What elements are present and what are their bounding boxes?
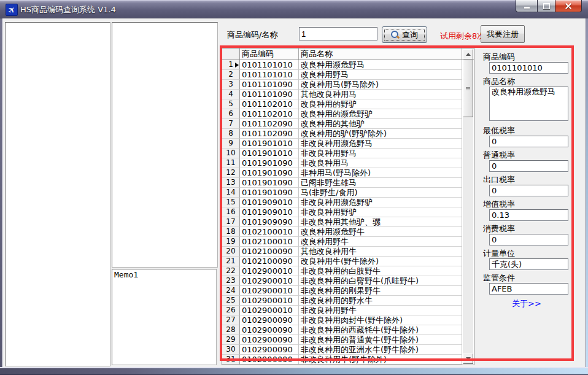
cell-commodity-code[interactable]: 0101909090	[240, 217, 299, 227]
register-button[interactable]: 我要注册	[481, 25, 525, 43]
cell-commodity-name[interactable]: 非改良种用肉封牛(野牛除外)	[299, 315, 462, 325]
table-row[interactable]: 150101909010非改良种用濒危野驴	[222, 198, 474, 207]
detail-field-vat-rate[interactable]	[489, 209, 568, 221]
table-row[interactable]: 90101901010非改良种用濒危野马	[222, 139, 474, 149]
table-row[interactable]: 260102900010非改良种用野牛	[222, 306, 474, 315]
maximize-button[interactable]	[537, 0, 555, 12]
cell-commodity-name[interactable]: 非改良种用的刚果野牛	[299, 286, 462, 296]
memo-field[interactable]: Memo1	[112, 269, 217, 365]
table-row[interactable]: 110101901090非改良种用马	[222, 158, 474, 168]
scroll-down-button[interactable]	[463, 354, 473, 364]
cell-commodity-code[interactable]: 0102900010	[240, 276, 299, 286]
cell-commodity-code[interactable]: 0102900010	[240, 266, 299, 276]
table-row[interactable]: 280102900090非改良种用的西藏牦牛(野牛除外)	[222, 325, 474, 335]
cell-commodity-name[interactable]: 改良种用的驴(野驴除外)	[299, 129, 462, 139]
cell-commodity-code[interactable]: 0102900090	[240, 325, 299, 335]
table-row[interactable]: 60101102010改良种用的濒危野驴	[222, 109, 474, 119]
cell-commodity-name[interactable]: 非改良种用濒危野驴	[299, 198, 462, 207]
table-row[interactable]: 10101101010改良种用濒危野马	[222, 60, 474, 70]
table-row[interactable]: 20101101010改良种用野马	[222, 70, 474, 80]
cell-commodity-name[interactable]: 改良种用的濒危野驴	[299, 109, 462, 119]
cell-commodity-name[interactable]: 改良种用濒危野牛	[299, 227, 462, 237]
cell-commodity-code[interactable]: 0101102090	[240, 119, 299, 129]
cell-commodity-code[interactable]: 0101909010	[240, 207, 299, 217]
cell-commodity-name[interactable]: 非改良种用的亚洲水牛(野牛除外)	[299, 345, 462, 355]
grid-vertical-scrollbar[interactable]	[463, 49, 473, 364]
table-row[interactable]: 130101901090已阉非野生雄马	[222, 178, 474, 188]
table-row[interactable]: 30101101090改良种用马(野马除外)	[222, 80, 474, 90]
cell-commodity-code[interactable]: 0102100090	[240, 257, 299, 266]
cell-commodity-code[interactable]: 0102100090	[240, 247, 299, 257]
table-row[interactable]: 220102900010非改良种用的白肢野牛	[222, 266, 474, 276]
table-row[interactable]: 140101901090马(非野生/食用)	[222, 188, 474, 198]
cell-commodity-name[interactable]: 改良种用牛(野牛除外)	[299, 257, 462, 266]
detail-field-code[interactable]	[489, 62, 568, 74]
cell-commodity-code[interactable]: 0101102010	[240, 99, 299, 109]
cell-commodity-code[interactable]: 0101909010	[240, 198, 299, 207]
about-link[interactable]: 关于>>	[483, 298, 570, 309]
table-row[interactable]: 200102100090其他改良种用牛	[222, 247, 474, 257]
titlebar[interactable]: ✈ HS商品编码查询系统 V1.4	[0, 0, 588, 18]
cell-commodity-code[interactable]: 0101901090	[240, 178, 299, 188]
cell-commodity-code[interactable]: 0101901090	[240, 188, 299, 198]
cell-commodity-name[interactable]: 已阉非野生雄马	[299, 178, 462, 188]
cell-commodity-name[interactable]: 改良种用马(野马除外)	[299, 80, 462, 90]
cell-commodity-code[interactable]: 0102900090	[240, 315, 299, 325]
cell-commodity-name[interactable]: 非种用马(野马除外)	[299, 168, 462, 178]
table-row[interactable]: 290102900090非改良种用的普通黄牛(野牛除外)	[222, 335, 474, 345]
cell-commodity-name[interactable]: 非改良种用野马	[299, 149, 462, 158]
cell-commodity-code[interactable]: 0101101010	[240, 70, 299, 80]
query-button[interactable]: 查询	[382, 26, 427, 43]
detail-field-supervision[interactable]	[489, 283, 568, 295]
cell-commodity-code[interactable]: 0102900010	[240, 306, 299, 315]
detail-field-export-rate[interactable]	[489, 185, 568, 196]
cell-commodity-name[interactable]: 改良种用的其他驴	[299, 119, 462, 129]
table-row[interactable]: 180102100010改良种用濒危野牛	[222, 227, 474, 237]
cell-commodity-name[interactable]: 其他改良种用马	[299, 90, 462, 99]
table-row[interactable]: 50101102010改良种用的野驴	[222, 99, 474, 109]
table-row[interactable]: 210102100090改良种用牛(野牛除外)	[222, 257, 474, 266]
cell-commodity-name[interactable]: 非改良种用濒危野马	[299, 139, 462, 149]
cell-commodity-name[interactable]: 非改良种用野驴	[299, 207, 462, 217]
cell-commodity-name[interactable]: 非改良种用的野水牛	[299, 296, 462, 306]
cell-commodity-name[interactable]: 非改良种用的西藏牦牛(野牛除外)	[299, 325, 462, 335]
table-row[interactable]: 70101102090改良种用的其他驴	[222, 119, 474, 129]
table-row[interactable]: 250102900010非改良种用的野水牛	[222, 296, 474, 306]
detail-field-name[interactable]	[489, 87, 568, 121]
cell-commodity-name[interactable]: 改良种用濒危野马	[299, 60, 462, 70]
table-row[interactable]: 120101901090非种用马(野马除外)	[222, 168, 474, 178]
cell-commodity-name[interactable]: 非改良种用的白肢野牛	[299, 266, 462, 276]
cell-commodity-code[interactable]: 0102900090	[240, 355, 299, 365]
cell-commodity-code[interactable]: 0101901010	[240, 139, 299, 149]
detail-field-consumption-rate[interactable]	[489, 234, 568, 245]
table-row[interactable]: 300102900090非改良种用的亚洲水牛(野牛除外)	[222, 345, 474, 355]
cell-commodity-code[interactable]: 0101102090	[240, 129, 299, 139]
cell-commodity-name[interactable]: 非改良种用其他驴、骡	[299, 217, 462, 227]
table-row[interactable]: 80101102090改良种用的驴(野驴除外)	[222, 129, 474, 139]
cell-commodity-name[interactable]: 非改良种用牛(野牛除外)	[299, 355, 462, 365]
cell-commodity-code[interactable]: 0102100010	[240, 237, 299, 247]
cell-commodity-code[interactable]: 0102900010	[240, 286, 299, 296]
table-row[interactable]: 270102900090非改良种用肉封牛(野牛除外)	[222, 315, 474, 325]
cell-commodity-code[interactable]: 0101901010	[240, 149, 299, 158]
search-input[interactable]	[299, 27, 377, 41]
cell-commodity-name[interactable]: 非改良种用的白臀野牛(爪哇野牛)	[299, 276, 462, 286]
cell-commodity-code[interactable]: 0102900090	[240, 335, 299, 345]
table-row[interactable]: 190102100010改良种用野牛	[222, 237, 474, 247]
table-row[interactable]: 160101909010非改良种用野驴	[222, 207, 474, 217]
cell-commodity-code[interactable]: 0102900090	[240, 345, 299, 355]
cell-commodity-name[interactable]: 非改良种用马	[299, 158, 462, 168]
table-row[interactable]: 230102900010非改良种用的白臀野牛(爪哇野牛)	[222, 276, 474, 286]
scrollbar-thumb[interactable]	[463, 60, 473, 117]
table-row[interactable]: 240102900010非改良种用的刚果野牛	[222, 286, 474, 296]
cell-commodity-code[interactable]: 0101901090	[240, 158, 299, 168]
table-row[interactable]: 170101909090非改良种用其他驴、骡	[222, 217, 474, 227]
cell-commodity-code[interactable]: 0101102010	[240, 109, 299, 119]
close-button[interactable]	[555, 0, 582, 12]
cell-commodity-code[interactable]: 0102100010	[240, 227, 299, 237]
cell-commodity-code[interactable]: 0102900010	[240, 296, 299, 306]
detail-field-min-rate[interactable]	[489, 136, 568, 147]
table-row[interactable]: 310102900090非改良种用牛(野牛除外)	[222, 355, 474, 365]
minimize-button[interactable]	[516, 0, 538, 12]
scroll-up-button[interactable]	[463, 49, 473, 60]
